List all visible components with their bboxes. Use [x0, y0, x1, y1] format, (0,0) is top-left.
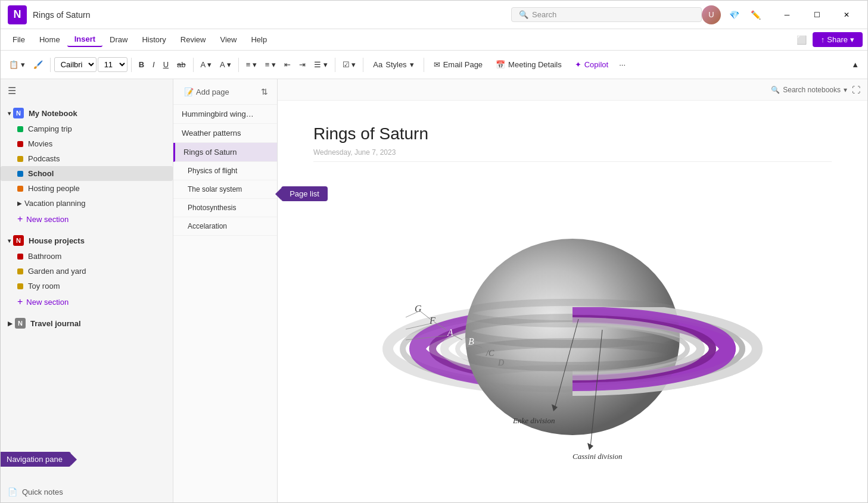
note-body: G F A B /C D [313, 176, 832, 462]
a-ring-label: A [447, 327, 453, 338]
strikethrough-button[interactable]: ab [173, 58, 189, 71]
collapse-button[interactable]: ▲ [848, 58, 863, 71]
add-page-button[interactable]: 📝 Add page [181, 86, 233, 98]
section-school[interactable]: School [1, 166, 173, 181]
add-page-label: Add page [196, 88, 229, 96]
numbering-button[interactable]: ≡ ▾ [262, 58, 279, 71]
notebook-header-house-projects[interactable]: ▾ N House projects [1, 232, 173, 249]
font-family-select[interactable]: Cailbri [54, 57, 97, 72]
format-painter-button[interactable]: 🖌️ [30, 58, 46, 71]
notebook-name-house: House projects [29, 236, 85, 245]
styles-chevron: ▾ [410, 60, 414, 69]
new-section-my-notebook[interactable]: + New section [1, 211, 173, 227]
checkbox-button[interactable]: ☑ ▾ [339, 58, 360, 71]
copilot-button[interactable]: ✦ Copilot [569, 58, 614, 71]
section-arrow-vacation: ▶ [17, 200, 22, 207]
more-button[interactable]: ··· [615, 58, 629, 71]
navigation-pane-label: Navigation pane [1, 452, 71, 467]
menu-review[interactable]: Review [173, 33, 213, 46]
highlight-button[interactable]: A ▾ [197, 58, 216, 71]
share-chevron: ▾ [850, 35, 854, 44]
page-rings-of-saturn[interactable]: Rings of Saturn [173, 143, 277, 162]
toolbar-separator-2 [131, 58, 132, 72]
search-icon: 🔍 [519, 10, 528, 19]
notebook-arrow-house: ▾ [8, 238, 11, 244]
expand-note-button[interactable]: ⛶ [852, 85, 860, 95]
page-photosynthesis[interactable]: Photosynthesis [173, 199, 277, 217]
minimize-button[interactable]: ─ [773, 5, 801, 24]
bullets-button[interactable]: ≡ ▾ [242, 58, 260, 71]
diamond-icon[interactable]: 💎 [726, 7, 742, 23]
underline-button[interactable]: U [160, 58, 172, 71]
menu-insert[interactable]: Insert [67, 32, 102, 47]
notebook-name-travel: Travel journal [30, 319, 81, 328]
notebook-arrow-travel: ▶ [8, 320, 13, 327]
toolbar-separator-5 [335, 58, 335, 72]
styles-button[interactable]: Aa Styles ▾ [367, 58, 419, 71]
section-camping-trip[interactable]: Camping trip [1, 121, 173, 136]
page-physics-of-flight[interactable]: Physics of flight [173, 162, 277, 180]
new-section-label-house: New section [26, 298, 69, 307]
section-bathroom[interactable]: Bathroom [1, 249, 173, 264]
notebook-icon-house: N [13, 235, 24, 246]
section-hosting-people[interactable]: Hosting people [1, 181, 173, 196]
section-toy-room[interactable]: Toy room [1, 279, 173, 293]
notebook-icon-my-notebook: N [13, 108, 24, 118]
svg-line-27 [406, 312, 418, 317]
menu-home[interactable]: Home [32, 33, 67, 46]
title-search[interactable]: 🔍 Search [511, 7, 702, 22]
navigation-pane: ☰ ▾ N My Notebook Camping trip Movies [1, 79, 173, 502]
b-ring-label: B [468, 336, 474, 346]
indent-button[interactable]: ⇥ [295, 58, 309, 71]
align-button[interactable]: ☰ ▾ [310, 58, 331, 71]
section-podcasts[interactable]: Podcasts [1, 151, 173, 166]
quick-notes-button[interactable]: 📄 Quick notes [1, 482, 173, 502]
menu-help[interactable]: Help [244, 33, 274, 46]
meeting-details-button[interactable]: 📅 Meeting Details [490, 58, 568, 71]
section-vacation-planning[interactable]: ▶ Vacation planning [1, 196, 173, 211]
section-movies[interactable]: Movies [1, 136, 173, 151]
font-size-select[interactable]: 11 [98, 57, 127, 72]
menu-file[interactable]: File [5, 33, 32, 46]
close-button[interactable]: ✕ [833, 5, 860, 24]
bold-button[interactable]: B [135, 58, 148, 71]
g-ring-label: G [415, 304, 422, 314]
svg-marker-26 [587, 443, 593, 450]
page-hummingbird[interactable]: Hummingbird wing… [173, 105, 277, 124]
share-button[interactable]: ↑ Share ▾ [813, 32, 863, 47]
section-label-camping: Camping trip [28, 124, 72, 133]
search-notebooks-button[interactable]: 🔍 Search notebooks ▾ [771, 86, 847, 94]
note-content[interactable]: Rings of Saturn Wednesday, June 7, 2023 [278, 101, 867, 502]
notebook-header-travel[interactable]: ▶ N Travel journal [1, 315, 173, 332]
title-bar-right: U 💎 ✏️ ─ ☐ ✕ [702, 5, 860, 24]
section-label-school: School [28, 169, 54, 178]
page-list-label: Page list [281, 186, 328, 201]
outdent-button[interactable]: ⇤ [281, 58, 294, 71]
page-weather[interactable]: Weather patterns [173, 124, 277, 143]
maximize-button[interactable]: ☐ [803, 5, 830, 24]
layout-icon[interactable]: ⬜ [794, 32, 810, 48]
menu-bar-right: ⬜ ↑ Share ▾ [794, 32, 863, 48]
page-accelaration[interactable]: Accelaration [173, 217, 277, 236]
section-dot-garden [17, 268, 23, 274]
page-list-header: 📝 Add page ⇅ [173, 79, 277, 105]
notebook-header-my-notebook[interactable]: ▾ N My Notebook [1, 105, 173, 121]
section-garden[interactable]: Garden and yard [1, 264, 173, 279]
toolbar-separator-6 [363, 58, 363, 72]
section-dot-toyroom [17, 283, 23, 289]
menu-draw[interactable]: Draw [102, 33, 135, 46]
edit-icon[interactable]: ✏️ [747, 7, 764, 23]
page-solar-system[interactable]: The solar system [173, 180, 277, 199]
email-page-button[interactable]: ✉ Email Page [428, 58, 489, 71]
new-section-house[interactable]: + New section [1, 293, 173, 310]
avatar[interactable]: U [702, 5, 721, 24]
menu-view[interactable]: View [213, 33, 244, 46]
italic-button[interactable]: I [149, 58, 158, 71]
styles-icon: Aa [373, 60, 382, 69]
sort-button[interactable]: ⇅ [259, 85, 270, 98]
font-color-button[interactable]: A ▾ [216, 58, 235, 71]
section-dot-camping [17, 126, 23, 132]
menu-history[interactable]: History [135, 33, 173, 46]
hamburger-button[interactable]: ☰ [1, 79, 173, 102]
paste-button[interactable]: 📋 ▾ [5, 58, 29, 71]
